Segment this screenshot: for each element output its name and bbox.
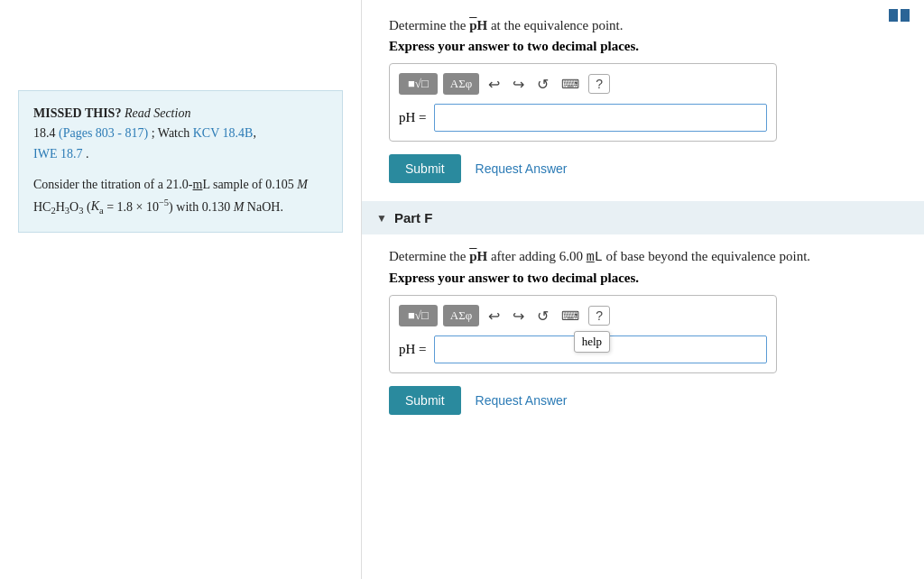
part-e-math-btn[interactable]: ■√□ [399,73,438,95]
part-e-symbol-btn[interactable]: ΑΣφ [443,73,479,95]
part-e-ph-row: pH = [399,104,767,132]
part-f-express-text: Express your answer to two decimal place… [389,271,897,286]
iwe-link-row: IWE 18.7 . [33,144,328,164]
part-f-header[interactable]: ▼ Part F [362,201,924,234]
part-f-math-btn[interactable]: ■√□ [399,305,438,326]
part-e-ph-input[interactable] [434,104,767,132]
part-e-refresh-btn[interactable]: ↺ [533,74,552,95]
part-f-block: Determine the pH after adding 6.00 mL of… [389,249,897,415]
part-e-block: Determine the pH at the equivalence poin… [389,18,897,183]
missed-label: MISSED THIS? [33,106,121,120]
part-e-help-btn[interactable]: ? [588,74,610,94]
corner-bar-2 [901,9,910,22]
missed-italic: Read Section [125,106,190,120]
missed-this-box: MISSED THIS? Read Section 18.4 (Pages 80… [18,90,343,233]
part-e-redo-btn[interactable]: ↪ [509,74,528,95]
part-e-request-answer-link[interactable]: Request Answer [476,161,568,176]
kcv-link[interactable]: KCV 18.4B [193,126,254,140]
part-f-action-row: Submit Request Answer [389,386,897,415]
corner-icon [889,9,910,22]
part-e-determine-text: Determine the pH at the equivalence poin… [389,18,897,33]
pages-link[interactable]: (Pages 803 - 817) [59,126,148,140]
right-panel: Determine the pH at the equivalence poin… [361,0,924,579]
part-f-determine-text: Determine the pH after adding 6.00 mL of… [389,249,897,265]
part-e-action-row: Submit Request Answer [389,154,897,183]
part-e-express-text: Express your answer to two decimal place… [389,39,897,54]
part-f-label: Part F [394,210,433,225]
part-f-collapse-arrow[interactable]: ▼ [376,212,387,225]
consider-text: Consider the titration of a 21.0-mL samp… [33,175,328,219]
part-e-toolbar: ■√□ ΑΣφ ↩ ↪ ↺ ⌨ ? [399,73,767,95]
part-f-undo-btn[interactable]: ↩ [485,306,504,326]
part-e-keyboard-btn[interactable]: ⌨ [558,75,583,93]
part-f-ph-label: pH = [399,342,427,357]
part-f-redo-btn[interactable]: ↪ [509,306,528,326]
part-f-help-tooltip: help [574,331,610,353]
part-e-input-area: ■√□ ΑΣφ ↩ ↪ ↺ ⌨ ? pH = [389,63,777,142]
section-number: 18.4 [33,126,56,140]
missed-header: MISSED THIS? Read Section [33,104,328,124]
iwe-link[interactable]: IWE 18.7 [33,147,82,161]
iwe-period: . [86,147,89,161]
part-f-input-area: ■√□ ΑΣφ ↩ ↪ ↺ ⌨ ? help pH = [389,295,777,373]
missed-section: 18.4 (Pages 803 - 817) ; Watch KCV 18.4B… [33,124,328,143]
part-e-submit-button[interactable]: Submit [389,154,461,183]
part-f-request-answer-link[interactable]: Request Answer [476,393,568,408]
part-f-help-btn[interactable]: ? [588,306,610,326]
part-f-toolbar: ■√□ ΑΣφ ↩ ↪ ↺ ⌨ ? help [399,305,767,326]
part-f-symbol-btn[interactable]: ΑΣφ [443,305,479,326]
part-f-keyboard-btn[interactable]: ⌨ [558,307,583,325]
part-f-refresh-btn[interactable]: ↺ [533,306,552,326]
part-e-ph-label: pH = [399,110,427,125]
part-f-submit-button[interactable]: Submit [389,386,461,415]
corner-bar-1 [889,9,898,22]
part-e-undo-btn[interactable]: ↩ [485,74,504,95]
watch-text: ; Watch [152,126,193,140]
